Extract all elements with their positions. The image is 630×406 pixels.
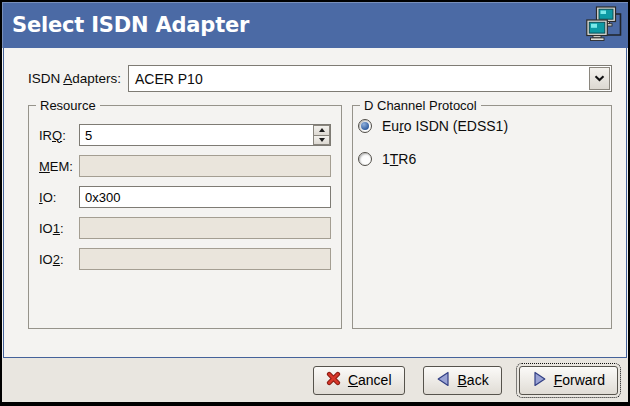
irq-input[interactable] (79, 124, 331, 146)
irq-row: IRQ: (39, 124, 331, 146)
dialog-header: Select ISDN Adapter (2, 2, 628, 48)
io2-label: IO2: (39, 252, 79, 267)
io1-row: IO1: (39, 217, 331, 239)
radio-button-unselected-icon[interactable] (358, 152, 372, 166)
forward-button[interactable]: Forward (519, 366, 618, 395)
d-channel-protocol-title: D Channel Protocol (360, 98, 481, 113)
button-bar: Cancel Back Forward (2, 358, 628, 402)
io1-label: IO1: (39, 221, 79, 236)
d-channel-protocol-group: D Channel Protocol Euro ISDN (EDSS1) 1TR… (352, 105, 612, 329)
label-post: ancel (358, 372, 391, 388)
isdn-adapters-label: ISDN Adapters: (28, 71, 128, 86)
io1-input (79, 217, 331, 239)
label-accel: Q (52, 128, 62, 143)
label-pre: ISDN (28, 71, 63, 86)
irq-label: IRQ: (39, 128, 79, 143)
chevron-down-icon[interactable] (589, 67, 610, 90)
isdn-adapters-combobox[interactable]: ACER P10 (128, 65, 612, 92)
groups-row: Resource IRQ: MEM: (28, 105, 612, 329)
label-accel: 2 (53, 252, 60, 267)
dialog-title: Select ISDN Adapter (12, 13, 249, 37)
cancel-button[interactable]: Cancel (313, 366, 405, 395)
dialog-content: ISDN Adapters: ACER P10 Resource IRQ: (3, 48, 627, 358)
spin-up-icon[interactable] (313, 125, 330, 135)
adapter-row: ISDN Adapters: ACER P10 (28, 65, 612, 92)
label-pre: IO (39, 221, 53, 236)
label-post: : (60, 221, 64, 236)
arrow-left-icon (436, 371, 451, 390)
label-post: EM: (50, 159, 73, 174)
red-x-icon (326, 371, 341, 389)
arrow-right-icon (532, 371, 547, 390)
radio-label: Euro ISDN (EDSS1) (382, 118, 508, 134)
label-accel: C (348, 372, 358, 388)
label-post: : (60, 252, 64, 267)
label-post: dapters: (72, 71, 121, 86)
resource-group: Resource IRQ: MEM: (28, 105, 342, 329)
label-accel: A (63, 71, 72, 86)
label-pre: 1 (382, 151, 390, 167)
label-post: o ISDN (EDSS1) (404, 118, 508, 134)
button-label: Cancel (348, 372, 392, 388)
label-post: R6 (398, 151, 416, 167)
network-computers-icon (586, 6, 623, 46)
label-pre: Eu (382, 118, 399, 134)
resource-group-title: Resource (36, 98, 100, 113)
label-post: O: (43, 190, 57, 205)
label-accel: 1 (53, 221, 60, 236)
label-post: ack (467, 372, 489, 388)
label-accel: B (458, 372, 467, 388)
label-accel: M (39, 159, 50, 174)
button-label: Forward (554, 372, 605, 388)
dialog-window: Select ISDN Adapter ISDN Adapters: ACER (0, 0, 630, 406)
io-label: IO: (39, 190, 79, 205)
spin-down-icon[interactable] (313, 135, 330, 146)
io-input[interactable] (79, 186, 331, 208)
mem-row: MEM: (39, 155, 331, 177)
mem-label: MEM: (39, 159, 79, 174)
radio-option-1tr6[interactable]: 1TR6 (358, 151, 603, 167)
label-post: : (62, 128, 66, 143)
mem-input (79, 155, 331, 177)
io2-input (79, 248, 331, 270)
radio-label: 1TR6 (382, 151, 416, 167)
button-label: Back (458, 372, 489, 388)
combobox-value: ACER P10 (135, 71, 203, 87)
io-row: IO: (39, 186, 331, 208)
radio-button-selected-icon[interactable] (358, 119, 372, 133)
radio-option-euro-isdn[interactable]: Euro ISDN (EDSS1) (358, 118, 603, 134)
back-button[interactable]: Back (423, 366, 502, 395)
io2-row: IO2: (39, 248, 331, 270)
label-pre: IO (39, 252, 53, 267)
label-pre: IR (39, 128, 52, 143)
label-accel: F (554, 372, 563, 388)
irq-spinner (313, 125, 330, 145)
label-post: orward (562, 372, 605, 388)
